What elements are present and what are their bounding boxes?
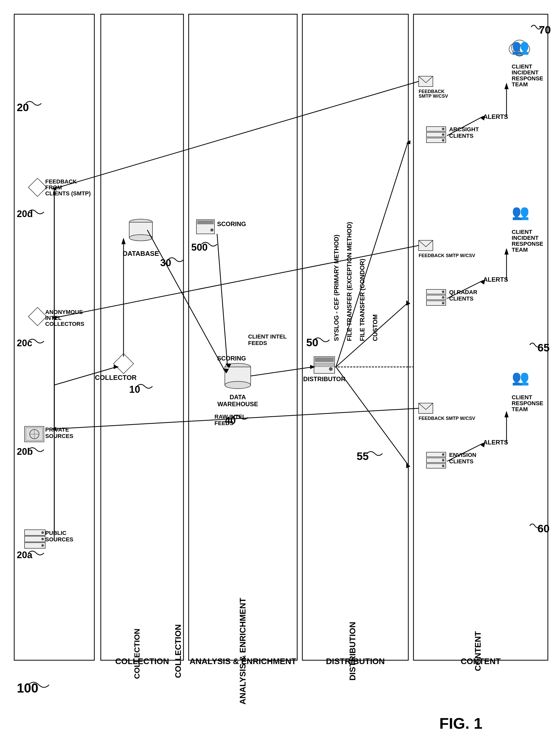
ref-100: 100 bbox=[17, 681, 38, 695]
svg-point-22 bbox=[129, 235, 153, 241]
feedback-csv-2-label: FEEDBACK SMTP W/CSV bbox=[419, 253, 475, 258]
client-irt-2-label4: TEAM bbox=[512, 246, 528, 253]
private-sources-label2: SOURCES bbox=[45, 433, 74, 439]
scoring-500-label: SCORING bbox=[217, 220, 246, 227]
arcsight-label2: CLIENTS bbox=[449, 133, 474, 139]
envision-label: ENVISION bbox=[449, 452, 476, 458]
svg-point-49 bbox=[442, 459, 444, 462]
content-bottom-label: CONTENT bbox=[461, 657, 501, 666]
svg-point-28 bbox=[211, 228, 214, 231]
collector-label: COLLECTOR bbox=[95, 374, 137, 381]
people-icon-2: 👥 bbox=[512, 204, 529, 221]
analysis-bottom-label: ANALYSIS & ENRICHMENT bbox=[189, 657, 296, 666]
ref-20c: 20c bbox=[17, 338, 32, 348]
envision-label2: CLIENTS bbox=[449, 458, 474, 465]
client-irt-3-label2: RESPONSE bbox=[512, 400, 543, 406]
qi-radar-label: QI RADAR bbox=[449, 289, 477, 296]
svg-point-31 bbox=[329, 367, 333, 371]
client-irt-2-label3: RESPONSE bbox=[512, 241, 543, 247]
collection-section-label: COLLECTION bbox=[174, 624, 183, 678]
file-transfer-condor-label: FILE TRANSFER (CONDOR) bbox=[359, 259, 366, 341]
fig-label: FIG. 1 bbox=[439, 715, 482, 732]
syslog-cef-label: SYSLOG - CEF (PRIMARY METHOD) bbox=[333, 235, 340, 341]
svg-rect-51 bbox=[419, 76, 433, 86]
svg-rect-52 bbox=[419, 240, 433, 251]
svg-rect-27 bbox=[197, 220, 214, 224]
collection-bottom-label: COLLECTION bbox=[115, 657, 169, 666]
distribution-bottom-label: DISTRIBUTION bbox=[326, 657, 385, 666]
data-warehouse-label2: WAREHOUSE bbox=[217, 401, 258, 408]
anon-intel-label3: COLLECTORS bbox=[45, 321, 84, 327]
svg-rect-5 bbox=[414, 14, 548, 660]
svg-point-36 bbox=[442, 128, 444, 130]
svg-point-9 bbox=[41, 531, 44, 534]
analysis-section-label: ANALYSIS & ENRICHMENT bbox=[238, 598, 247, 705]
distributor-label: DISTRIBUTOR bbox=[303, 375, 345, 383]
client-intel-feeds-label2: FEEDS bbox=[248, 340, 267, 346]
public-sources-label: PUBLIC bbox=[45, 530, 66, 536]
ref-20: 20 bbox=[17, 101, 29, 114]
alerts-1-label: ALERTS bbox=[483, 113, 508, 120]
client-irt-1-label3: RESPONSE bbox=[512, 75, 543, 82]
svg-point-43 bbox=[442, 296, 444, 299]
client-irt-1-label4: TEAM bbox=[512, 81, 528, 87]
svg-point-10 bbox=[41, 538, 44, 540]
feedback-clients-label3: CLIENTS (SMTP) bbox=[45, 190, 91, 197]
data-warehouse-label: DATA bbox=[229, 393, 246, 401]
ref-70: 70 bbox=[539, 24, 551, 36]
svg-rect-53 bbox=[419, 403, 433, 413]
feedback-csv-1-label2: SMTP W/CSV bbox=[419, 94, 448, 99]
client-irt-2-label2: INCIDENT bbox=[512, 235, 539, 241]
svg-point-44 bbox=[442, 302, 444, 304]
svg-point-50 bbox=[442, 465, 444, 467]
svg-rect-30 bbox=[315, 358, 334, 362]
diagram-svg: COLLECTION COLLECTION ANALYSIS & ENRICHM… bbox=[0, 0, 560, 753]
file-transfer-exception-label: FILE TRANSFER (EXCEPTION METHOD) bbox=[346, 222, 353, 341]
alerts-3-label: ALERTS bbox=[483, 439, 508, 446]
alerts-2-label: ALERTS bbox=[483, 276, 508, 283]
collection-label: COLLECTION bbox=[133, 629, 141, 679]
ref-10: 10 bbox=[129, 384, 140, 395]
feedback-csv-3-label: FEEDBACK SMTP W/CSV bbox=[419, 416, 475, 421]
svg-point-37 bbox=[442, 133, 444, 136]
custom-label: CUSTOM bbox=[372, 314, 379, 341]
svg-rect-2 bbox=[101, 14, 183, 660]
client-irt-2-label: CLIENT bbox=[512, 229, 532, 235]
client-irt-3-label: CLIENT bbox=[512, 394, 532, 401]
anon-intel-label: ANONYMOUS bbox=[45, 309, 83, 315]
qi-radar-label2: CLIENTS bbox=[449, 296, 474, 302]
page: COLLECTION COLLECTION ANALYSIS & ENRICHM… bbox=[0, 0, 560, 753]
public-sources-label2: SOURCES bbox=[45, 536, 74, 543]
ref-500: 500 bbox=[191, 242, 207, 253]
feedback-csv-1-label: FEEDBACK bbox=[419, 89, 444, 94]
svg-point-25 bbox=[225, 381, 251, 389]
svg-point-42 bbox=[442, 290, 444, 293]
svg-point-38 bbox=[442, 139, 444, 142]
client-irt-3-label3: TEAM bbox=[512, 406, 528, 412]
ref-60: 60 bbox=[538, 523, 550, 535]
private-sources-label: PRIVATE bbox=[45, 426, 69, 433]
scoring-label: SCORING bbox=[217, 355, 246, 362]
ref-55: 55 bbox=[357, 450, 369, 462]
database-label: DATABASE bbox=[123, 250, 159, 257]
svg-rect-32 bbox=[315, 363, 334, 367]
client-intel-feeds-label: CLIENT INTEL bbox=[248, 333, 286, 340]
svg-point-48 bbox=[442, 453, 444, 456]
svg-point-11 bbox=[41, 544, 44, 547]
raw-intel-feeds-label2: FEEDS bbox=[215, 420, 233, 426]
client-irt-1-label2: INCIDENT bbox=[512, 69, 539, 76]
people-icon-3: 👥 bbox=[512, 369, 529, 386]
people-icon-1: 👥 bbox=[512, 39, 529, 55]
arcsight-label: ARCSIGHT bbox=[449, 126, 479, 133]
ref-65: 65 bbox=[538, 342, 550, 354]
client-irt-1-label: CLIENT bbox=[512, 63, 532, 70]
distribution-section-label: DISTRIBUTION bbox=[348, 622, 357, 680]
